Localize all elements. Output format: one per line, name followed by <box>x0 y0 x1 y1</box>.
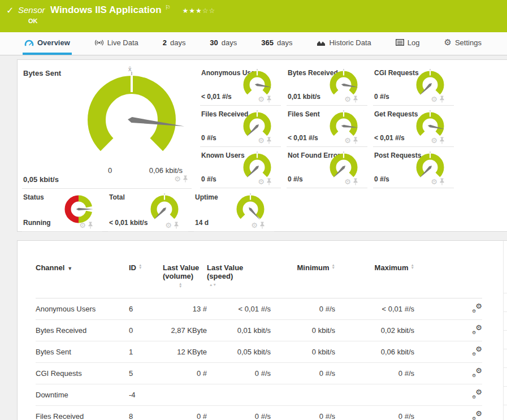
gear-icon[interactable]: ⚙ <box>165 222 172 229</box>
gear-icon[interactable]: ⚙ <box>258 137 265 144</box>
edit-channel-icon[interactable]: ⚙⚙ <box>472 304 482 313</box>
table-row: Files Received 8 0 # 0 #/s 0 #/s 0 #/s ⚙… <box>36 406 482 420</box>
tab-settings[interactable]: ⚙ Settings <box>442 32 483 55</box>
primary-gauge[interactable] <box>75 70 188 166</box>
col-header-last-value-speed[interactable]: Last Value(speed) ▲▼ <box>207 260 271 298</box>
bottom-gauges-row: Status Running ⚙ Total < 0,01 kbit/s ⚙ U… <box>22 189 507 232</box>
log-icon <box>396 39 404 46</box>
pin-icon[interactable] <box>174 222 179 229</box>
channel-name: Downtime <box>36 384 129 406</box>
edit-channel-icon[interactable]: ⚙⚙ <box>472 347 482 356</box>
tab-log[interactable]: Log <box>394 32 422 55</box>
tab-live-data[interactable]: Live Data <box>93 32 140 55</box>
tab-overview[interactable]: Overview <box>23 32 72 55</box>
col-header-last-value-volume[interactable]: Last Value(volume)▲▼ <box>163 260 207 298</box>
gauge-scale-min: 0 <box>108 166 112 175</box>
sort-icon[interactable]: ▲▼ <box>179 282 207 288</box>
col-header-channel[interactable]: Channel▼ <box>36 260 129 298</box>
col-header-id[interactable]: ID▲▼ <box>129 260 163 298</box>
gauge-cell-get-requests: Get Requests < 0,01 #/s ⚙ <box>373 106 454 147</box>
broadcast-icon <box>94 38 104 47</box>
tab-365-days[interactable]: 365 days <box>259 32 294 55</box>
gauge-cell-anonymous-users: Anonymous Users < 0,01 #/s ⚙ <box>200 64 281 106</box>
edit-channel-icon[interactable]: ⚙⚙ <box>472 325 482 334</box>
primary-gauge-cell: Bytes Sent x̄ 0 0,06 kbit/s 0,05 kbit/s … <box>22 64 192 189</box>
sensor-title: Windows IIS Application <box>50 5 162 15</box>
channel-table-panel: Channel▼ ID▲▼ Last Value(volume)▲▼ Last … <box>17 240 507 420</box>
gauges-panel: Bytes Sent x̄ 0 0,06 kbit/s 0,05 kbit/s … <box>17 59 507 232</box>
gear-icon[interactable]: ⚙ <box>79 222 86 229</box>
pin-icon[interactable] <box>183 175 188 183</box>
gear-icon[interactable]: ⚙ <box>344 179 351 185</box>
col-header-minimum[interactable]: Minimum▲▼ <box>271 260 335 298</box>
pin-icon[interactable] <box>439 96 445 103</box>
edit-channel-icon[interactable]: ⚙⚙ <box>472 411 482 420</box>
edit-channel-icon[interactable]: ⚙⚙ <box>472 368 482 377</box>
pin-icon[interactable] <box>439 137 445 144</box>
object-kind-label: Sensor <box>18 5 45 15</box>
table-row: Downtime -4 ⚙⚙ <box>36 384 482 406</box>
channel-name: CGI Requests <box>36 363 129 384</box>
table-row: Bytes Sent 1 12 KByte 0,05 kbit/s 0 kbit… <box>36 341 482 363</box>
gauge-cell-known-users: Known Users 0 #/s ⚙ <box>200 147 281 188</box>
tab-bar: Overview Live Data 2 days 30 days 365 da… <box>0 32 507 55</box>
gauge-value: 0,05 kbit/s <box>23 175 59 184</box>
gear-icon[interactable]: ⚙ <box>431 179 437 185</box>
priority-stars[interactable]: ★★★☆☆ <box>182 7 215 15</box>
channel-name: Files Received <box>36 406 129 420</box>
status-badge: OK <box>28 18 38 24</box>
small-gauges-grid: Anonymous Users < 0,01 #/s ⚙ Bytes Recei… <box>200 64 460 189</box>
gauge-cell-files-received: Files Received 0 #/s ⚙ <box>200 106 281 147</box>
sensor-header: ✓ Sensor Windows IIS Application ⚐ ★★★☆☆… <box>0 0 507 32</box>
gear-icon[interactable]: ⚙ <box>174 176 181 183</box>
gauge-cell-not-found-errors: Not Found Errors 0 #/s ⚙ <box>287 147 367 188</box>
table-row: Bytes Received 0 2,87 KByte 0,01 kbit/s … <box>36 320 482 341</box>
pin-icon[interactable] <box>259 222 265 229</box>
channel-table: Channel▼ ID▲▼ Last Value(volume)▲▼ Last … <box>36 260 482 420</box>
gear-icon[interactable]: ⚙ <box>344 96 351 103</box>
tab-2-days[interactable]: 2 days <box>161 32 188 55</box>
tab-historic-data[interactable]: Historic Data <box>315 32 372 55</box>
gear-icon[interactable]: ⚙ <box>258 179 265 185</box>
gauge-cell-files-sent: Files Sent < 0,01 #/s ⚙ <box>287 106 367 147</box>
gear-icon: ⚙ <box>444 40 451 45</box>
gear-icon[interactable]: ⚙ <box>258 96 265 103</box>
flag-icon[interactable]: ⚐ <box>165 4 171 11</box>
sort-icon[interactable]: ▲▼ <box>138 263 142 269</box>
gauge-cell-cgi-requests: CGI Requests 0 #/s ⚙ <box>373 64 454 106</box>
gear-icon[interactable]: ⚙ <box>431 137 437 144</box>
gauge-cell-bytes-received: Bytes Received 0,01 kbit/s ⚙ <box>287 64 367 106</box>
sort-icon[interactable]: ▲▼ <box>209 280 243 289</box>
tab-30-days[interactable]: 30 days <box>208 32 239 55</box>
gauge-icon <box>24 39 34 46</box>
gear-icon[interactable]: ⚙ <box>431 96 437 103</box>
pin-icon[interactable] <box>353 137 358 144</box>
pin-icon[interactable] <box>266 137 272 144</box>
channel-name: Bytes Sent <box>36 341 129 363</box>
edit-channel-icon[interactable]: ⚙⚙ <box>472 389 482 399</box>
gauge-cell-uptime: Uptime 14 d ⚙ <box>194 189 274 232</box>
pin-icon[interactable] <box>439 178 445 185</box>
pin-icon[interactable] <box>353 96 358 103</box>
gauge-title: Bytes Sent <box>23 69 61 77</box>
table-row: CGI Requests 5 0 # 0 #/s 0 #/s 0 #/s ⚙⚙ <box>36 363 482 384</box>
gauge-cell-total: Total < 0,01 kbit/s ⚙ <box>108 189 188 232</box>
gear-icon[interactable]: ⚙ <box>251 222 258 229</box>
gauge-cell-post-requests: Post Requests 0 #/s ⚙ <box>373 147 454 188</box>
gauge-cell-status: Status Running ⚙ <box>22 189 102 232</box>
area-chart-icon <box>317 39 326 46</box>
pin-icon[interactable] <box>266 96 272 103</box>
channel-name: Bytes Received <box>36 320 129 341</box>
sort-icon[interactable]: ▲▼ <box>411 263 414 269</box>
table-row: Anonymous Users 6 13 # < 0,01 #/s 0 #/s … <box>36 298 482 320</box>
pin-icon[interactable] <box>88 222 93 229</box>
pin-icon[interactable] <box>353 178 358 185</box>
gear-icon[interactable]: ⚙ <box>344 137 351 144</box>
sort-icon[interactable]: ▲▼ <box>332 263 335 269</box>
cutoff-panel-sliver <box>504 293 507 420</box>
col-header-maximum[interactable]: Maximum▲▼ <box>335 260 414 298</box>
sort-desc-icon[interactable]: ▼ <box>67 266 72 271</box>
pin-icon[interactable] <box>266 178 272 185</box>
channel-name: Anonymous Users <box>36 298 129 320</box>
ok-check-icon: ✓ <box>6 5 14 16</box>
